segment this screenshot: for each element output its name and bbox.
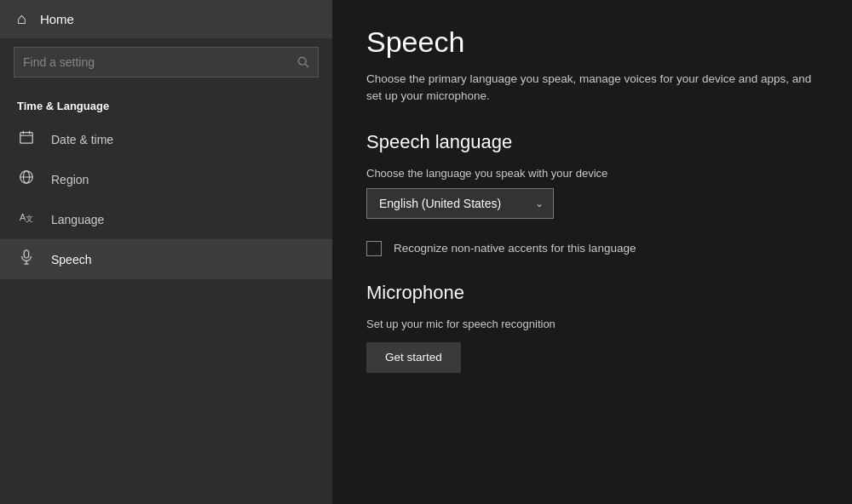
section-title: Time & Language	[0, 89, 332, 119]
home-label: Home	[40, 12, 74, 26]
svg-point-0	[298, 57, 306, 65]
language-dropdown-wrapper: English (United States) English (United …	[366, 188, 554, 219]
page-description: Choose the primary language you speak, m…	[366, 71, 818, 106]
sidebar-item-date-time-label: Date & time	[51, 133, 113, 146]
sidebar-item-language-label: Language	[51, 213, 104, 226]
speech-language-heading: Speech language	[366, 131, 818, 153]
svg-line-1	[305, 64, 308, 67]
sidebar-item-speech[interactable]: Speech	[0, 239, 332, 279]
microphone-icon	[17, 249, 36, 269]
checkbox-row: Recognize non-native accents for this la…	[366, 241, 818, 256]
accent-checkbox[interactable]	[366, 241, 382, 256]
sidebar-item-region[interactable]: Region	[0, 159, 332, 199]
search-box	[14, 47, 319, 77]
search-button[interactable]	[289, 48, 318, 77]
microphone-description: Set up your mic for speech recognition	[366, 318, 818, 330]
page-title: Speech	[366, 26, 818, 59]
calendar-icon	[17, 129, 36, 149]
svg-text:文: 文	[26, 215, 33, 223]
sidebar-item-speech-label: Speech	[51, 253, 91, 266]
search-input[interactable]	[14, 48, 289, 77]
sidebar-item-language[interactable]: A 文 Language	[0, 199, 332, 239]
get-started-button[interactable]: Get started	[366, 342, 461, 373]
microphone-section: Microphone Set up your mic for speech re…	[366, 282, 818, 373]
search-icon	[297, 56, 309, 68]
microphone-heading: Microphone	[366, 282, 818, 304]
svg-rect-11	[24, 250, 28, 258]
globe-icon	[17, 169, 36, 189]
home-icon: ⌂	[17, 10, 26, 28]
sidebar-item-home[interactable]: ⌂ Home	[0, 0, 332, 38]
sidebar-item-date-time[interactable]: Date & time	[0, 119, 332, 159]
checkbox-label: Recognize non-native accents for this la…	[394, 242, 636, 255]
dropdown-label: Choose the language you speak with your …	[366, 167, 818, 180]
language-icon: A 文	[17, 209, 36, 229]
search-container	[0, 38, 332, 86]
main-content: Speech Choose the primary language you s…	[332, 0, 852, 504]
sidebar-item-region-label: Region	[51, 173, 89, 186]
sidebar: ⌂ Home Time & Language Date & time	[0, 0, 332, 504]
svg-rect-2	[20, 133, 32, 144]
language-dropdown[interactable]: English (United States) English (United …	[366, 188, 554, 219]
